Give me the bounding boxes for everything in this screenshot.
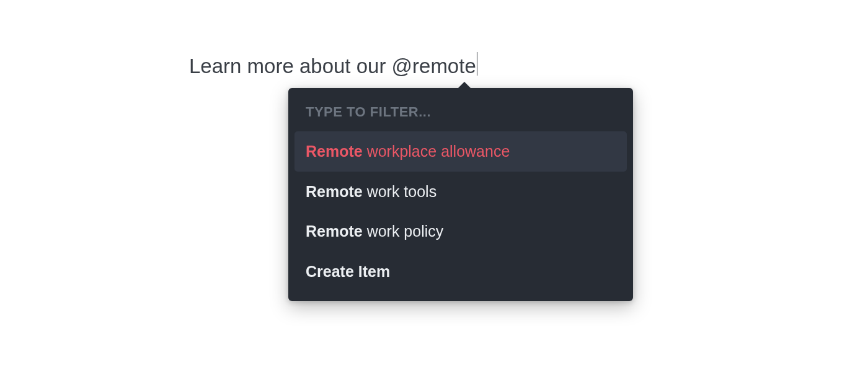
suggestion-item[interactable]: Remote work tools	[294, 172, 627, 212]
suggestion-rest-text: work policy	[363, 222, 444, 240]
suggestion-list: Remote workplace allowanceRemote work to…	[294, 131, 627, 291]
suggestion-rest-text: workplace allowance	[363, 142, 510, 160]
suggestion-rest-text: work tools	[363, 183, 436, 200]
editor-input-line[interactable]: Learn more about our @remote	[189, 50, 477, 78]
mention-suggestion-popover: Type to filter... Remote workplace allow…	[288, 88, 633, 301]
suggestion-item[interactable]: Remote workplace allowance	[294, 131, 627, 172]
suggestion-match-text: Remote	[306, 222, 363, 240]
filter-hint-label: Type to filter...	[294, 95, 627, 131]
create-item-option[interactable]: Create Item	[294, 252, 627, 292]
suggestion-match-text: Remote	[306, 142, 363, 160]
text-cursor	[477, 52, 477, 76]
suggestion-item[interactable]: Remote work policy	[294, 211, 627, 252]
suggestion-match-text: Remote	[306, 183, 363, 200]
editor-text: Learn more about our @remote	[189, 55, 476, 78]
